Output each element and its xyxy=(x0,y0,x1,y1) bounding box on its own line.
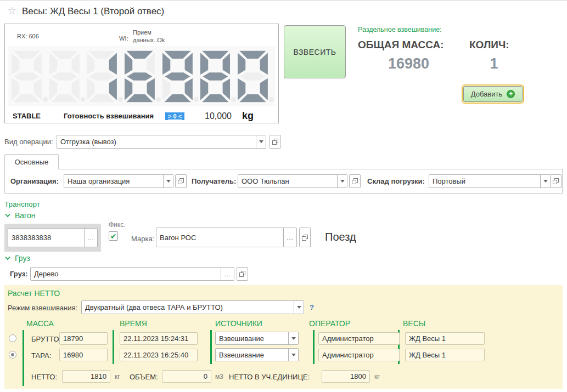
mode-label: Режим взвешивания: xyxy=(8,304,77,312)
receiver-value[interactable]: ООО Тюльпан xyxy=(238,175,337,188)
tab-main[interactable]: Основные xyxy=(4,154,59,169)
source-value[interactable]: Взвешивание xyxy=(216,332,288,344)
dropdown-button[interactable] xyxy=(540,175,550,188)
rx-status: RX: 606 xyxy=(17,33,39,39)
unit-label: kg xyxy=(242,110,254,122)
volume-unit: м3 xyxy=(215,373,223,380)
cargo-open-button[interactable] xyxy=(237,267,248,281)
open-form-icon xyxy=(301,234,308,241)
mode-combo[interactable]: Двукратный (два отвеса ТАРА и БРУТТО) xyxy=(81,300,304,314)
separate-weighing-title: Раздельное взвешивание: xyxy=(358,26,442,33)
time-input[interactable]: 22.11.2023 16:25:40 xyxy=(120,349,198,361)
weigh-button[interactable]: ВЗВЕСИТЬ xyxy=(284,25,346,78)
dropdown-button[interactable] xyxy=(337,175,347,188)
row-select-radio[interactable] xyxy=(9,351,16,359)
seg-decimal-dot xyxy=(43,97,48,102)
count-label: КОЛИЧ: xyxy=(469,39,509,51)
operator-input[interactable]: Администратор xyxy=(318,332,400,345)
cargo-input[interactable]: Дерево ... xyxy=(30,267,234,281)
row-select-radio[interactable] xyxy=(9,334,16,342)
mass-row-label: ТАРА: xyxy=(31,351,51,360)
receiver-combo[interactable]: ООО Тюльпан xyxy=(238,174,347,188)
count-value: 1 xyxy=(469,55,519,72)
dropdown-button[interactable] xyxy=(163,175,173,188)
seg-digit xyxy=(200,50,231,103)
warehouse-value[interactable]: Портовый xyxy=(429,175,540,188)
organization-combo[interactable]: Наша организация xyxy=(64,174,173,188)
total-mass-label: ОБЩАЯ МАССА: xyxy=(358,39,444,51)
chevron-down-icon xyxy=(291,354,296,356)
mass-input[interactable]: 18790 xyxy=(59,332,108,345)
ellipsis-button[interactable]: ... xyxy=(84,229,97,247)
dropdown-button[interactable] xyxy=(288,349,298,361)
scales-input[interactable]: ЖД Весы 1 xyxy=(405,349,485,361)
operation-open-button[interactable] xyxy=(270,135,281,149)
scale-display-panel: RX: 606 WI: Прием данных..Ok STABLE Гото… xyxy=(4,24,279,123)
col-scales: ВЕСЫ xyxy=(403,319,425,328)
dropdown-button[interactable] xyxy=(256,135,266,148)
col-sources: ИСТОЧНИКИ xyxy=(215,319,262,328)
source-combo[interactable]: Взвешивание xyxy=(215,348,299,361)
netto-total-input[interactable]: 1810 xyxy=(62,370,110,383)
mode-value[interactable]: Двукратный (два отвеса ТАРА и БРУТТО) xyxy=(82,301,294,314)
chevron-down-icon xyxy=(297,306,301,309)
cargo-label: Груз: xyxy=(10,270,28,278)
cargo-group-label: Груз xyxy=(15,254,30,263)
wagon-number-value[interactable]: 3838383838 xyxy=(8,229,84,247)
netto-acc-unit: кг xyxy=(374,373,380,380)
dropdown-button[interactable] xyxy=(294,301,304,314)
source-value[interactable]: Взвешивание xyxy=(216,349,288,361)
page-title: Весы: ЖД Весы 1 (Второй отвес) xyxy=(22,6,164,17)
favorite-star-icon[interactable]: ☆ xyxy=(7,5,16,16)
zero-button[interactable]: > 0 < xyxy=(165,112,184,120)
wagon-group-header[interactable]: Вагон xyxy=(4,211,35,220)
chevron-down-icon xyxy=(291,337,296,340)
fix-checkbox[interactable]: ✔ xyxy=(109,231,118,241)
netto-acc-input[interactable]: 1800 xyxy=(322,370,370,383)
group-bar xyxy=(23,330,24,386)
ellipsis-button[interactable]: ... xyxy=(221,268,234,280)
receiver-label: Получатель: xyxy=(192,177,236,185)
warehouse-open-button[interactable] xyxy=(550,174,562,188)
group-bar xyxy=(210,330,212,364)
scales-input[interactable]: ЖД Весы 1 xyxy=(405,332,485,345)
receiver-open-button[interactable] xyxy=(349,174,361,188)
chevron-down-icon xyxy=(340,180,345,183)
open-form-icon xyxy=(272,138,279,145)
source-combo[interactable]: Взвешивание xyxy=(215,332,299,345)
group-bar xyxy=(113,330,114,364)
help-link[interactable]: ? xyxy=(310,303,314,311)
transport-section-title: Транспорт xyxy=(4,200,40,208)
dropdown-button[interactable] xyxy=(288,332,298,344)
operation-kind-value[interactable]: Отгрузка (вывоз) xyxy=(57,135,256,148)
wi-status-line1: Прием xyxy=(133,29,151,36)
wagon-number-input[interactable]: 3838383838 ... xyxy=(8,228,98,247)
time-input[interactable]: 22.11.2023 15:24:31 xyxy=(120,332,198,345)
organization-label: Организация: xyxy=(10,177,59,185)
netto-total-label: НЕТТО: xyxy=(31,373,57,381)
mark-value[interactable]: Вагон РОС xyxy=(156,228,283,247)
seven-segment-display xyxy=(8,46,276,106)
ready-indicator: Готовность взвешивания xyxy=(64,112,154,120)
operator-input[interactable]: Администратор xyxy=(318,349,400,361)
operation-kind-combo[interactable]: Отгрузка (вывоз) xyxy=(57,135,266,149)
warehouse-combo[interactable]: Портовый xyxy=(429,174,551,188)
volume-input[interactable]: 0 xyxy=(162,370,211,383)
cargo-value[interactable]: Дерево xyxy=(31,268,221,280)
col-time: ВРЕМЯ xyxy=(120,319,147,328)
ellipsis-button[interactable]: ... xyxy=(283,228,296,247)
chevron-down-icon xyxy=(259,140,263,143)
mass-input[interactable]: 16980 xyxy=(59,349,108,361)
mark-input[interactable]: Вагон РОС ... xyxy=(156,228,297,247)
cargo-group-header[interactable]: Груз xyxy=(4,254,30,263)
organization-open-button[interactable] xyxy=(175,174,187,188)
chevron-down-icon xyxy=(4,256,11,260)
open-form-icon xyxy=(552,178,559,185)
seg-decimal-dot xyxy=(194,97,199,102)
stable-indicator: STABLE xyxy=(13,112,41,120)
chevron-down-icon xyxy=(543,180,548,183)
add-button[interactable]: Добавить + xyxy=(463,86,523,102)
organization-value[interactable]: Наша организация xyxy=(64,175,163,188)
col-operator: ОПЕРАТОР xyxy=(309,319,350,328)
mark-open-button[interactable] xyxy=(299,228,311,247)
